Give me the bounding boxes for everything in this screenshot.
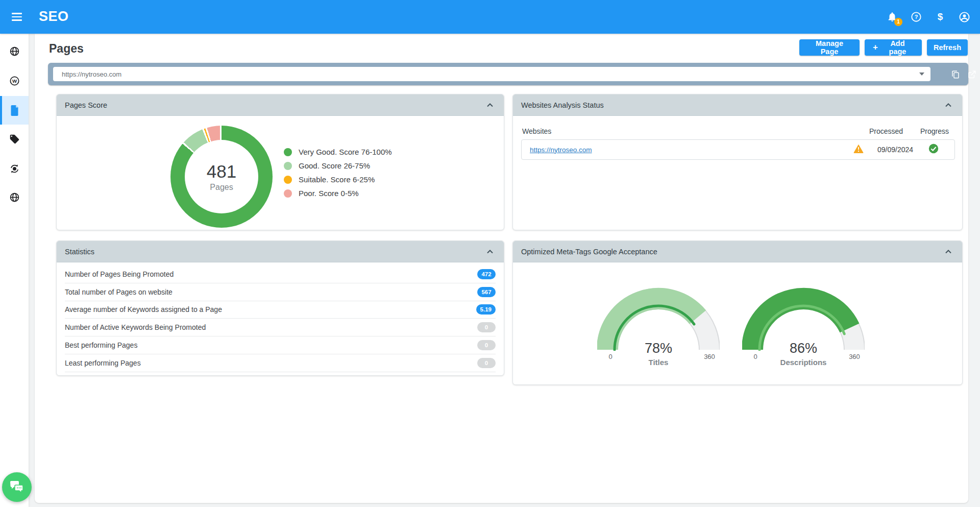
website-row: https://nytroseo.com 09/09/2024 bbox=[521, 139, 955, 160]
pages-score-donut-chart: 481 Pages bbox=[170, 126, 273, 228]
hamburger-menu-button[interactable] bbox=[8, 9, 26, 25]
legend-dot-very-good bbox=[284, 148, 292, 156]
stat-row: Best performing Pages 0 bbox=[65, 336, 496, 354]
stat-value-badge: 0 bbox=[477, 322, 496, 332]
billing-button[interactable]: $ bbox=[934, 10, 947, 23]
svg-text:?: ? bbox=[915, 14, 918, 20]
card-title: Pages Score bbox=[65, 101, 107, 109]
stat-value-badge: 5.19 bbox=[476, 304, 496, 315]
stat-row: Total number of Pages on website 567 bbox=[65, 283, 496, 301]
legend-dot-poor bbox=[284, 189, 292, 198]
statistics-card: Statistics Number of Pages Being Promote… bbox=[56, 240, 504, 376]
app-logo[interactable]: SEO bbox=[39, 9, 69, 25]
stat-value-badge: 0 bbox=[477, 358, 496, 368]
manage-page-button[interactable]: Manage Page bbox=[799, 39, 860, 56]
website-select[interactable]: https://nytroseo.com bbox=[53, 67, 930, 81]
add-page-button[interactable]: + Add page bbox=[865, 39, 922, 56]
notification-badge: 1 bbox=[894, 18, 902, 26]
w-circle-icon: W bbox=[9, 76, 20, 86]
stat-row: Number of Active Keywords Being Promoted… bbox=[65, 319, 496, 336]
gauge-percent: 78% bbox=[597, 341, 720, 356]
legend-item: Very Good. Score 76-100% bbox=[284, 145, 392, 159]
statistics-header: Statistics bbox=[57, 241, 504, 262]
card-title: Optimized Meta-Tags Google Acceptance bbox=[521, 248, 657, 256]
stat-row: Number of Pages Being Promoted 472 bbox=[65, 265, 496, 283]
website-link[interactable]: https://nytroseo.com bbox=[530, 146, 592, 154]
gauge-title: Titles bbox=[597, 358, 720, 367]
sidebar-item-analysis[interactable] bbox=[0, 154, 29, 183]
chevron-down-icon bbox=[919, 73, 924, 76]
legend-dot-good bbox=[284, 162, 292, 170]
donut-legend: Very Good. Score 76-100% Good. Score 26-… bbox=[284, 145, 392, 200]
sidebar-item-websites[interactable] bbox=[0, 37, 29, 65]
collapse-button[interactable] bbox=[484, 100, 496, 111]
collapse-button[interactable] bbox=[484, 246, 496, 257]
warning-icon bbox=[853, 144, 864, 155]
card-title: Websites Analysis Status bbox=[521, 101, 604, 109]
globe-icon bbox=[9, 192, 20, 203]
column-header-processed: Processed bbox=[855, 127, 917, 135]
donut-center-label: Pages bbox=[210, 183, 233, 192]
chevron-up-icon bbox=[945, 250, 951, 254]
processed-date: 09/09/2024 bbox=[865, 146, 926, 154]
notifications-button[interactable]: 1 bbox=[886, 10, 899, 23]
stat-value-badge: 472 bbox=[477, 269, 496, 279]
sidebar-item-keywords[interactable] bbox=[0, 125, 29, 153]
pages-score-card: Pages Score 481 Pages Very Good. Score 7… bbox=[56, 94, 504, 230]
svg-text:W: W bbox=[12, 78, 17, 84]
sidebar: W bbox=[0, 34, 29, 507]
column-header-websites: Websites bbox=[522, 127, 551, 135]
globe-icon bbox=[9, 46, 20, 57]
card-title: Statistics bbox=[65, 248, 94, 256]
meta-tags-header: Optimized Meta-Tags Google Acceptance bbox=[513, 241, 962, 262]
chevron-up-icon bbox=[487, 103, 493, 107]
tag-icon bbox=[9, 134, 20, 144]
meta-tags-card: Optimized Meta-Tags Google Acceptance 0 … bbox=[512, 240, 963, 385]
column-header-progress: Progress bbox=[909, 127, 960, 135]
legend-item: Good. Score 26-75% bbox=[284, 159, 392, 173]
legend-item: Poor. Score 0-5% bbox=[284, 186, 392, 200]
chat-bubbles-icon bbox=[9, 480, 24, 494]
app-bar: SEO 1 ? $ bbox=[0, 0, 980, 34]
stat-value-badge: 567 bbox=[477, 287, 496, 297]
website-selector-bar: https://nytroseo.com bbox=[48, 63, 968, 85]
chevron-up-icon bbox=[945, 103, 951, 107]
gauge-title: Descriptions bbox=[742, 358, 865, 367]
websites-analysis-header: Websites Analysis Status bbox=[513, 94, 962, 116]
websites-analysis-card: Websites Analysis Status Websites Proces… bbox=[512, 94, 963, 230]
stat-row: Average number of Keywords assigned to a… bbox=[65, 301, 496, 319]
account-button[interactable] bbox=[958, 10, 971, 23]
collapse-button[interactable] bbox=[943, 100, 954, 111]
sidebar-item-wordpress[interactable]: W bbox=[0, 66, 29, 95]
help-button[interactable]: ? bbox=[910, 10, 923, 23]
pages-score-header: Pages Score bbox=[57, 94, 504, 116]
collapse-button[interactable] bbox=[943, 246, 954, 257]
copy-url-button[interactable] bbox=[950, 69, 961, 80]
check-circle-icon bbox=[928, 143, 939, 156]
main-panel: Pages Manage Page + Add page Refresh htt… bbox=[35, 34, 968, 503]
stat-value-badge: 0 bbox=[477, 340, 496, 350]
chat-support-button[interactable] bbox=[2, 472, 32, 502]
page-title: Pages bbox=[49, 42, 84, 56]
donut-center-value: 481 bbox=[207, 161, 236, 182]
website-select-value: https://nytroseo.com bbox=[62, 70, 919, 78]
copy-icon bbox=[951, 70, 960, 79]
pages-document-icon bbox=[10, 105, 19, 116]
titles-gauge-chart: 0 360 78% Titles bbox=[597, 287, 720, 372]
refresh-button[interactable]: Refresh bbox=[927, 39, 968, 56]
legend-dot-suitable bbox=[284, 176, 292, 184]
sidebar-item-domains[interactable] bbox=[0, 183, 29, 211]
hamburger-icon bbox=[12, 13, 22, 14]
chevron-up-icon bbox=[487, 250, 493, 254]
external-link-icon bbox=[967, 70, 976, 79]
plus-icon: + bbox=[873, 42, 878, 53]
sidebar-item-pages[interactable] bbox=[0, 96, 29, 125]
gauge-percent: 86% bbox=[742, 341, 865, 356]
stat-row: Least performing Pages 0 bbox=[65, 354, 496, 372]
descriptions-gauge-chart: 0 360 86% Descriptions bbox=[742, 287, 865, 372]
help-icon: ? bbox=[911, 11, 922, 22]
account-circle-icon bbox=[959, 11, 970, 23]
dollar-icon: $ bbox=[938, 11, 943, 22]
legend-item: Suitable. Score 6-25% bbox=[284, 173, 392, 186]
open-site-button[interactable] bbox=[966, 69, 977, 80]
